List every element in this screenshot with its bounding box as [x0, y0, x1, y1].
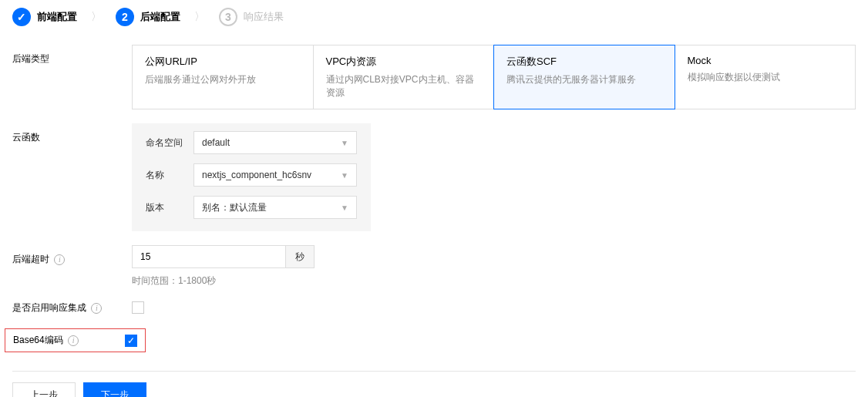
timeout-row: 后端超时 秒 时间范围：1-1800秒: [12, 245, 856, 288]
scf-label: 云函数: [12, 123, 132, 144]
next-button[interactable]: 下一步: [83, 382, 146, 397]
base64-checkbox[interactable]: [125, 335, 137, 347]
version-select[interactable]: 别名：默认流量 ▼: [193, 196, 357, 219]
footer-actions: 上一步 下一步: [12, 371, 856, 397]
card-title: VPC内资源: [326, 55, 482, 69]
caret-down-icon: ▼: [341, 204, 348, 212]
card-title: 公网URL/IP: [145, 55, 301, 69]
caret-down-icon: ▼: [341, 171, 348, 180]
wizard-steps: 前端配置 〉 2 后端配置 〉 3 响应结果: [12, 8, 856, 26]
version-value: 别名：默认流量: [202, 201, 267, 214]
timeout-hint: 时间范围：1-1800秒: [132, 274, 856, 288]
chevron-right-icon: 〉: [91, 10, 102, 24]
chevron-right-icon: 〉: [194, 10, 205, 24]
step-frontend: 前端配置: [12, 8, 77, 26]
card-desc: 模拟响应数据以便测试: [688, 71, 843, 84]
info-icon[interactable]: [68, 335, 79, 346]
name-select[interactable]: nextjs_component_hc6snv ▼: [193, 163, 357, 187]
scf-config-block: 命名空间 default ▼ 名称 nextjs_component_hc6sn…: [132, 123, 371, 231]
step-frontend-label: 前端配置: [37, 10, 77, 24]
step-number: 2: [116, 8, 134, 26]
base64-row: Base64编码: [12, 328, 856, 352]
backend-card-url[interactable]: 公网URL/IP 后端服务通过公网对外开放: [132, 45, 314, 109]
timeout-input[interactable]: [132, 245, 286, 268]
caret-down-icon: ▼: [341, 139, 348, 147]
step-number: 3: [219, 8, 237, 26]
base64-highlight: Base64编码: [5, 328, 146, 352]
card-desc: 后端服务通过公网对外开放: [145, 73, 301, 86]
response-integration-checkbox[interactable]: [132, 301, 144, 314]
info-icon[interactable]: [54, 254, 65, 265]
step-backend-label: 后端配置: [140, 10, 180, 24]
info-icon[interactable]: [91, 303, 102, 314]
backend-type-cards: 公网URL/IP 后端服务通过公网对外开放 VPC内资源 通过内网CLB对接VP…: [132, 45, 856, 109]
response-integration-row: 是否启用响应集成: [12, 301, 856, 316]
namespace-select[interactable]: default ▼: [193, 131, 357, 154]
timeout-unit: 秒: [286, 245, 315, 268]
card-desc: 通过内网CLB对接VPC内主机、容器资源: [326, 73, 482, 99]
prev-button[interactable]: 上一步: [12, 382, 76, 397]
backend-card-scf[interactable]: 云函数SCF 腾讯云提供的无服务器计算服务: [493, 45, 675, 109]
name-value: nextjs_component_hc6snv: [202, 170, 311, 180]
backend-card-vpc[interactable]: VPC内资源 通过内网CLB对接VPC内主机、容器资源: [313, 45, 495, 109]
backend-card-mock[interactable]: Mock 模拟响应数据以便测试: [675, 45, 856, 109]
step-response-label: 响应结果: [244, 10, 284, 24]
step-response: 3 响应结果: [219, 8, 284, 26]
timeout-input-group: 秒: [132, 245, 856, 268]
card-title: 云函数SCF: [506, 55, 662, 69]
namespace-value: default: [202, 137, 230, 148]
card-title: Mock: [688, 55, 843, 66]
backend-type-row: 后端类型 公网URL/IP 后端服务通过公网对外开放 VPC内资源 通过内网CL…: [12, 45, 856, 109]
namespace-label: 命名空间: [146, 136, 193, 150]
base64-label: Base64编码: [13, 334, 125, 347]
backend-type-label: 后端类型: [12, 45, 132, 66]
response-integration-label: 是否启用响应集成: [12, 301, 132, 315]
scf-config-row: 云函数 命名空间 default ▼ 名称 nextjs_component_h…: [12, 123, 856, 231]
name-label: 名称: [146, 169, 193, 182]
card-desc: 腾讯云提供的无服务器计算服务: [506, 73, 662, 86]
step-backend: 2 后端配置: [116, 8, 180, 26]
version-label: 版本: [146, 201, 193, 214]
check-icon: [12, 8, 31, 26]
timeout-label: 后端超时: [12, 245, 132, 266]
